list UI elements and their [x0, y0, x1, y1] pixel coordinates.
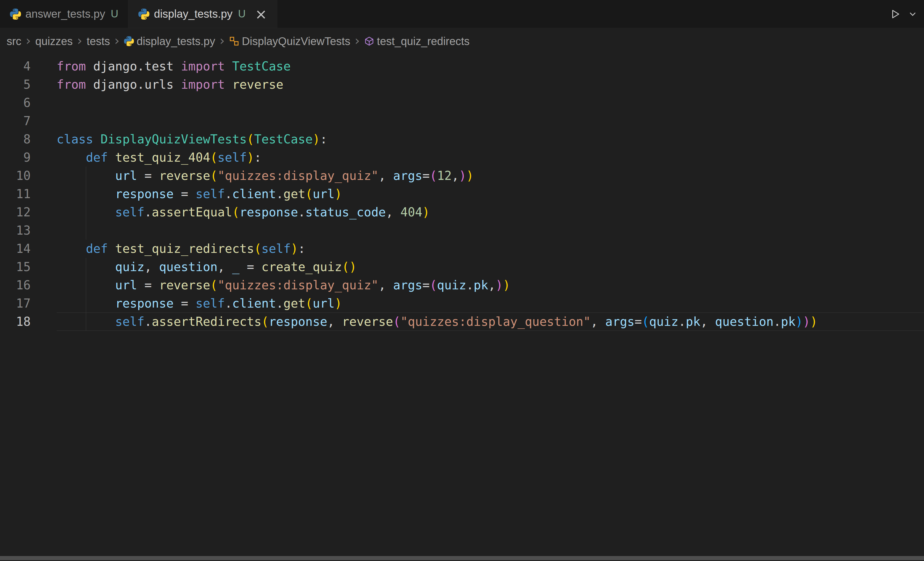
code-line[interactable]: 8class DisplayQuizViewTests(TestCase): [0, 130, 924, 148]
code-text: url = reverse("quizzes:display_quiz", ar… [57, 167, 474, 185]
code-line[interactable]: 18 self.assertRedirects(response, revers… [0, 313, 924, 331]
breadcrumb-label: display_tests.py [137, 35, 215, 48]
code-line[interactable]: 4from django.test import TestCase [0, 57, 924, 75]
code-line[interactable]: 13 [0, 221, 924, 240]
tab-answer-tests-py[interactable]: answer_tests.py U [0, 0, 128, 28]
tab-label: display_tests.py [154, 8, 232, 20]
code-line[interactable]: 6 [0, 94, 924, 112]
code-line[interactable]: 5from django.urls import reverse [0, 75, 924, 94]
breadcrumb-item-quizzes[interactable]: quizzes [35, 35, 73, 48]
breadcrumb-separator-icon: › [114, 33, 119, 48]
run-button[interactable] [890, 9, 901, 20]
breadcrumb-separator-icon: › [355, 33, 360, 48]
breadcrumb-separator-icon: › [77, 33, 82, 48]
code-line[interactable]: 10 url = reverse("quizzes:display_quiz",… [0, 167, 924, 185]
code-line[interactable]: 12 self.assertEqual(response.status_code… [0, 203, 924, 221]
git-untracked-badge: U [238, 8, 246, 20]
breadcrumb-separator-icon: › [26, 33, 31, 48]
breadcrumb-label: src [7, 35, 21, 48]
line-number[interactable]: 17 [0, 294, 57, 313]
line-number[interactable]: 7 [0, 112, 57, 130]
code-text: quiz, question, _ = create_quiz() [57, 258, 357, 276]
code-lines: 4from django.test import TestCase5from d… [0, 57, 924, 331]
editor-actions [890, 0, 917, 28]
breadcrumb-item-display-tests-py[interactable]: display_tests.py [124, 35, 215, 48]
code-text: response = self.client.get(url) [57, 294, 342, 313]
code-text: response = self.client.get(url) [57, 185, 342, 203]
indent-guide [86, 167, 86, 240]
line-number[interactable]: 11 [0, 185, 57, 203]
breadcrumb-item-displayquizviewtests[interactable]: DisplayQuizViewTests [229, 35, 350, 48]
code-line[interactable]: 16 url = reverse("quizzes:display_quiz",… [0, 276, 924, 294]
method-icon [364, 36, 374, 46]
tab-display-tests-py[interactable]: display_tests.py U × [128, 0, 277, 28]
python-icon [124, 36, 134, 46]
chevron-down-icon[interactable] [909, 10, 917, 18]
indent-guide [86, 258, 86, 331]
code-text: def test_quiz_redirects(self): [57, 240, 305, 258]
line-number[interactable]: 18 [0, 313, 57, 331]
breadcrumb-label: DisplayQuizViewTests [242, 35, 350, 48]
close-icon[interactable]: × [255, 7, 267, 21]
breadcrumb-label: quizzes [35, 35, 73, 48]
line-number[interactable]: 10 [0, 167, 57, 185]
breadcrumb-item-test-quiz-redirects[interactable]: test_quiz_redirects [364, 35, 470, 48]
line-number[interactable]: 15 [0, 258, 57, 276]
code-text: from django.test import TestCase [57, 57, 291, 75]
line-number[interactable]: 16 [0, 276, 57, 294]
git-untracked-badge: U [111, 8, 118, 20]
code-line[interactable]: 11 response = self.client.get(url) [0, 185, 924, 203]
code-line[interactable]: 17 response = self.client.get(url) [0, 294, 924, 313]
breadcrumb-separator-icon: › [219, 33, 225, 48]
breadcrumb-item-tests[interactable]: tests [87, 35, 110, 48]
breadcrumb: src›quizzes›tests›display_tests.py›Displ… [0, 28, 924, 54]
line-number[interactable]: 4 [0, 57, 57, 75]
code-text: self.assertEqual(response.status_code, 4… [57, 203, 430, 221]
python-icon [10, 9, 21, 20]
line-number[interactable]: 5 [0, 75, 57, 94]
code-line[interactable]: 9 def test_quiz_404(self): [0, 148, 924, 167]
line-number[interactable]: 8 [0, 130, 57, 148]
class-icon [229, 36, 239, 46]
code-line[interactable]: 15 quiz, question, _ = create_quiz() [0, 258, 924, 276]
line-number[interactable]: 6 [0, 94, 57, 112]
code-text: from django.urls import reverse [57, 75, 284, 94]
line-number[interactable]: 12 [0, 203, 57, 221]
breadcrumb-item-src[interactable]: src [7, 35, 21, 48]
horizontal-scrollbar[interactable] [0, 556, 924, 560]
code-line[interactable]: 14 def test_quiz_redirects(self): [0, 240, 924, 258]
code-text: def test_quiz_404(self): [57, 148, 261, 167]
code-editor[interactable]: 4from django.test import TestCase5from d… [0, 54, 924, 561]
line-number[interactable]: 14 [0, 240, 57, 258]
code-line[interactable]: 7 [0, 112, 924, 130]
line-number[interactable]: 13 [0, 221, 57, 240]
python-icon [138, 9, 149, 20]
code-text: self.assertRedirects(response, reverse("… [57, 313, 818, 331]
line-number[interactable]: 9 [0, 148, 57, 167]
code-text: class DisplayQuizViewTests(TestCase): [57, 130, 327, 148]
breadcrumb-label: test_quiz_redirects [377, 35, 470, 48]
tab-label: answer_tests.py [26, 8, 105, 20]
code-text: url = reverse("quizzes:display_quiz", ar… [57, 276, 510, 294]
tab-bar: answer_tests.py U display_tests.py U × [0, 0, 924, 28]
breadcrumb-label: tests [87, 35, 110, 48]
